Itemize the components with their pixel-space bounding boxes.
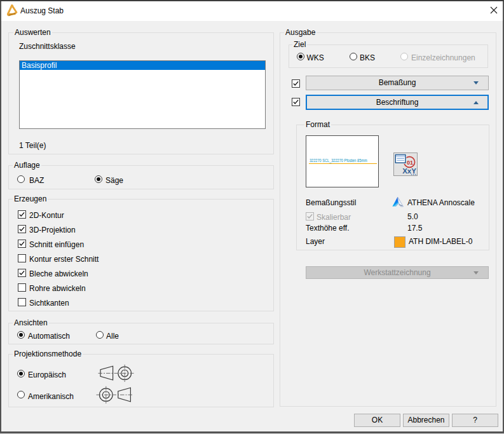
svg-text:XxY: XxY — [402, 167, 416, 175]
svg-text:01: 01 — [407, 159, 413, 166]
